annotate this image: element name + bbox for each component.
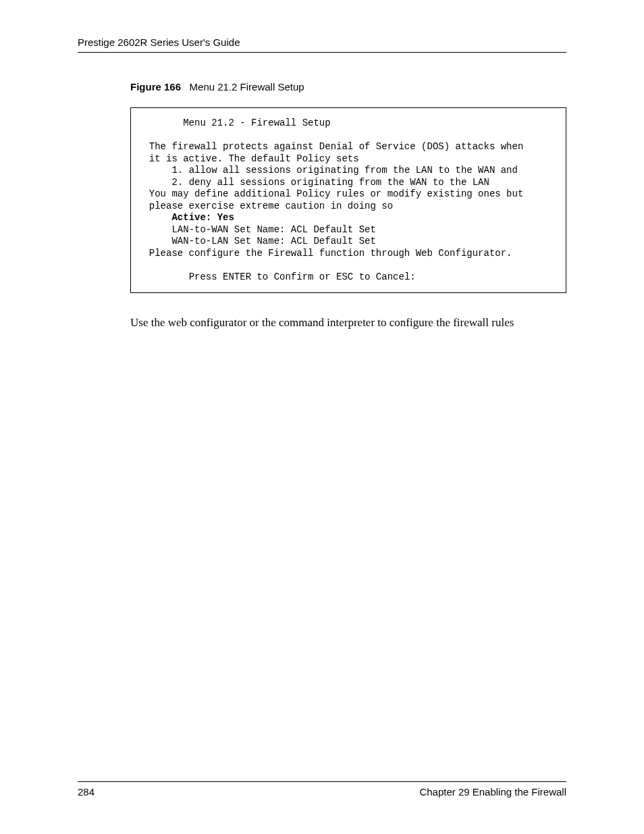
terminal-policy-1: 1. allow all sessions originating from t… [171, 165, 517, 176]
figure-label: Figure 166 [130, 81, 181, 93]
terminal-active-field: Active: Yes [171, 212, 234, 223]
terminal-wan-to-lan: WAN-to-LAN Set Name: ACL Default Set [171, 236, 375, 246]
page-number: 284 [78, 786, 95, 798]
chapter-title: Chapter 29 Enabling the Firewall [419, 786, 566, 798]
terminal-prompt: Press ENTER to Confirm or ESC to Cancel: [189, 271, 416, 282]
figure-title: Menu 21.2 Firewall Setup [190, 81, 304, 93]
running-head: Prestige 2602R Series User's Guide [78, 36, 566, 53]
terminal-note-line1: You may define additional Policy rules o… [149, 188, 524, 199]
terminal-config-note: Please configure the Firewall function t… [149, 248, 512, 259]
body-paragraph: Use the web configurator or the command … [130, 316, 566, 330]
terminal-lan-to-wan: LAN-to-WAN Set Name: ACL Default Set [171, 224, 375, 235]
figure-caption: Figure 166 Menu 21.2 Firewall Setup [130, 81, 566, 93]
terminal-menu-title: Menu 21.2 - Firewall Setup [183, 118, 330, 128]
terminal-screen: Menu 21.2 - Firewall Setup The firewall … [130, 107, 566, 293]
terminal-intro-line2: it is active. The default Policy sets [149, 153, 359, 164]
terminal-note-line2: please exercise extreme caution in doing… [149, 201, 393, 211]
page-footer: 284 Chapter 29 Enabling the Firewall [78, 781, 566, 798]
terminal-policy-2: 2. deny all sessions originating from th… [171, 177, 489, 188]
terminal-intro-line1: The firewall protects against Denial of … [149, 141, 524, 152]
